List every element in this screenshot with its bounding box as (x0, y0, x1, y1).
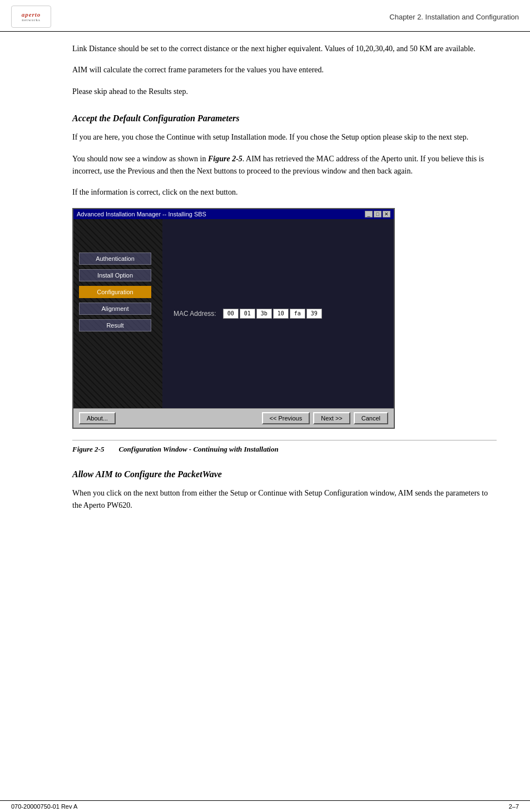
footer-left: 070-20000750-01 Rev A (11, 803, 77, 810)
logo-box: aperto networks (11, 6, 51, 28)
mac-field-6: 39 (306, 309, 322, 319)
next-button[interactable]: Next >> (313, 412, 350, 424)
menu-item-result[interactable]: Result (79, 319, 151, 331)
mac-fields: 00 01 3b 10 fa 39 (223, 309, 322, 319)
screenshot-footer: About... << Previous Next >> Cancel (73, 408, 394, 428)
close-button[interactable]: ✕ (383, 211, 390, 217)
para-if-here: If you are here, you chose the Continue … (72, 131, 497, 143)
minimize-button[interactable]: _ (365, 211, 373, 217)
mac-field-4: 10 (273, 309, 289, 319)
section-heading-accept-default: Accept the Default Configuration Paramet… (72, 113, 497, 123)
page-header: aperto networks Chapter 2. Installation … (0, 0, 530, 32)
chapter-title: Chapter 2. Installation and Configuratio… (389, 13, 519, 21)
screenshot-main-area: MAC Address: 00 01 3b 10 fa 39 (162, 219, 394, 408)
mac-address-row: MAC Address: 00 01 3b 10 fa 39 (174, 309, 383, 319)
para-when-click: When you click on the next button from e… (72, 487, 497, 512)
menu-item-alignment[interactable]: Alignment (79, 303, 151, 315)
mac-field-3: 3b (256, 309, 272, 319)
para-window-shown: You should now see a window as shown in … (72, 153, 497, 178)
figure-caption: Figure 2-5 Configuration Window - Contin… (72, 445, 279, 453)
figure-caption-text: Configuration Window - Continuing with I… (118, 445, 278, 453)
logo-area: aperto networks (11, 6, 51, 28)
cancel-button[interactable]: Cancel (354, 412, 388, 424)
page-footer: 070-20000750-01 Rev A 2–7 (0, 800, 530, 812)
mac-field-2: 01 (240, 309, 255, 319)
titlebar-buttons: _ □ ✕ (365, 211, 390, 217)
screenshot-titlebar: Advanced Installation Manager -- Install… (73, 209, 394, 219)
para-if-correct: If the information is correct, click on … (72, 186, 497, 199)
mac-label: MAC Address: (174, 310, 216, 318)
titlebar-text: Advanced Installation Manager -- Install… (77, 211, 206, 217)
figure-number: Figure 2-5 (72, 445, 104, 453)
main-content: Link Distance should be set to the corre… (0, 32, 530, 532)
para-aim-calculate: AIM will calculate the correct frame par… (72, 64, 497, 76)
previous-button[interactable]: << Previous (262, 412, 310, 424)
figure-ref: Figure 2-5 (208, 155, 242, 163)
screenshot-window: Advanced Installation Manager -- Install… (72, 208, 395, 429)
para-link-distance: Link Distance should be set to the corre… (72, 43, 497, 55)
sidebar-menu: Authentication Install Option Configurat… (79, 252, 151, 331)
footer-right: 2–7 (509, 803, 519, 810)
logo-networks: networks (22, 18, 41, 22)
maximize-button[interactable]: □ (374, 211, 382, 217)
figure-caption-area: Figure 2-5 Configuration Window - Contin… (72, 440, 497, 454)
screenshot-body: Authentication Install Option Configurat… (73, 219, 394, 408)
section-heading-allow-aim: Allow AIM to Configure the PacketWave (72, 469, 497, 479)
screenshot-sidebar: Authentication Install Option Configurat… (73, 219, 162, 408)
mac-field-1: 00 (223, 309, 239, 319)
menu-item-authentication[interactable]: Authentication (79, 252, 151, 265)
logo-aperto: aperto (22, 11, 41, 18)
footer-right-buttons: << Previous Next >> Cancel (262, 412, 388, 424)
about-button[interactable]: About... (79, 412, 116, 424)
mac-field-5: fa (290, 309, 305, 319)
para-skip-results: Please skip ahead to the Results step. (72, 86, 497, 98)
menu-item-configuration[interactable]: Configuration (79, 286, 151, 298)
menu-item-install-option[interactable]: Install Option (79, 269, 151, 281)
